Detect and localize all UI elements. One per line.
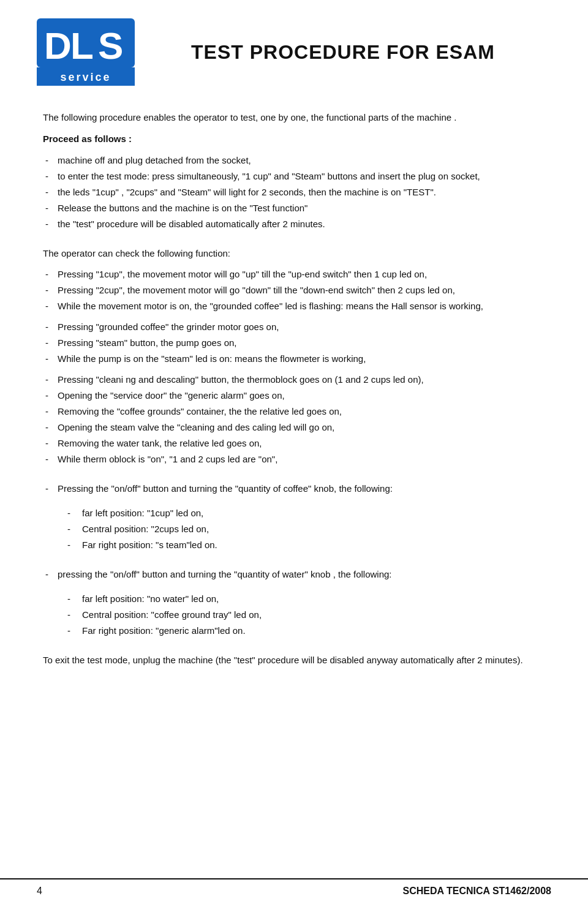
bullet-dash: - bbox=[67, 623, 82, 638]
list-item-text: Central position: "coffee ground tray" l… bbox=[82, 608, 262, 622]
list-item: - Central position: "coffee ground tray"… bbox=[43, 608, 545, 622]
bullet-dash: - bbox=[43, 567, 58, 582]
bullet-dash: - bbox=[43, 352, 58, 366]
proceed-list: - machine off and plug detached from the… bbox=[43, 153, 545, 232]
bullet-dash: - bbox=[43, 404, 58, 419]
bullet-dash: - bbox=[67, 592, 82, 606]
bullet-dash: - bbox=[67, 506, 82, 521]
list-item: - Release the buttons and the machine is… bbox=[43, 201, 545, 216]
list-item: - Far right position: "s team"led on. bbox=[43, 538, 545, 552]
list-item: - While therm oblock is "on", "1 and 2 c… bbox=[43, 452, 545, 467]
onoff-section: - Pressing the "on/off" button and turni… bbox=[43, 481, 545, 552]
exit-section: To exit the test mode, unplug the machin… bbox=[43, 653, 545, 668]
list-item-text: the "test" procedure will be disabled au… bbox=[58, 217, 545, 232]
bullet-dash: - bbox=[43, 481, 58, 496]
list-item-text: Pressing "cleani ng and descaling" butto… bbox=[58, 372, 545, 387]
list-item: - Pressing the "on/off" button and turni… bbox=[43, 481, 545, 496]
bullet-dash: - bbox=[43, 388, 58, 403]
list-item-text: While therm oblock is "on", "1 and 2 cup… bbox=[58, 452, 545, 467]
operator-intro: The operator can check the following fun… bbox=[43, 246, 545, 262]
svg-text:S: S bbox=[98, 24, 123, 67]
bullet-dash: - bbox=[43, 372, 58, 387]
list-item: - While the movement motor is on, the "g… bbox=[43, 299, 545, 314]
bullet-dash: - bbox=[43, 201, 58, 216]
list-item-text: Opening the steam valve the "cleaning an… bbox=[58, 420, 545, 435]
operator-section: The operator can check the following fun… bbox=[43, 246, 545, 467]
list-item-text: Opening the "service door" the "generic … bbox=[58, 388, 545, 403]
list-item: - Pressing "1cup", the movement motor wi… bbox=[43, 267, 545, 282]
list-item-text: Pressing "steam" button, the pump goes o… bbox=[58, 336, 545, 350]
list-item-text: Pressing "2cup", the movement motor will… bbox=[58, 283, 545, 298]
title-area: TEST PROCEDURE FOR ESAM bbox=[135, 41, 551, 64]
bullet-dash: - bbox=[43, 169, 58, 184]
list-item-text: Pressing "1cup", the movement motor will… bbox=[58, 267, 545, 282]
proceed-section: Proceed as follows : - machine off and p… bbox=[43, 132, 545, 232]
list-item-text: Removing the "coffee grounds" container,… bbox=[58, 404, 545, 419]
list-item-text: far left position: "1cup" led on, bbox=[82, 506, 203, 521]
list-item: - Pressing "2cup", the movement motor wi… bbox=[43, 283, 545, 298]
bullet-dash: - bbox=[43, 452, 58, 467]
onoff-sub-list: - far left position: "1cup" led on, - Ce… bbox=[43, 506, 545, 552]
bullet-dash: - bbox=[43, 185, 58, 200]
footer: 4 SCHEDA TECNICA ST1462/2008 bbox=[0, 878, 588, 903]
bullet-dash: - bbox=[43, 267, 58, 282]
intro-paragraph: The following procedure enables the oper… bbox=[43, 110, 545, 126]
list-item-text: far left position: "no water" led on, bbox=[82, 592, 219, 606]
onoff-list: - Pressing the "on/off" button and turni… bbox=[43, 481, 545, 496]
bullet-dash: - bbox=[43, 436, 58, 451]
bullet-dash: - bbox=[43, 217, 58, 232]
list-item-text: to enter the test mode: press simultaneo… bbox=[58, 169, 545, 184]
svg-text:service: service bbox=[60, 71, 111, 83]
list-item: - Central position: "2cups led on, bbox=[43, 522, 545, 537]
list-item: - Pressing "grounded coffee" the grinder… bbox=[43, 320, 545, 334]
list-item: - Far right position: "generic alarm"led… bbox=[43, 623, 545, 638]
operator-list: - Pressing "1cup", the movement motor wi… bbox=[43, 267, 545, 467]
list-item: - to enter the test mode: press simultan… bbox=[43, 169, 545, 184]
exit-text: To exit the test mode, unplug the machin… bbox=[43, 653, 545, 668]
bullet-dash: - bbox=[67, 522, 82, 537]
list-item: - far left position: "no water" led on, bbox=[43, 592, 545, 606]
bullet-dash: - bbox=[43, 336, 58, 350]
list-item: - pressing the "on/off" button and turni… bbox=[43, 567, 545, 582]
list-item: - Opening the steam valve the "cleaning … bbox=[43, 420, 545, 435]
list-item-text: pressing the "on/off" button and turning… bbox=[58, 567, 545, 582]
list-item-text: Pressing "grounded coffee" the grinder m… bbox=[58, 320, 545, 334]
list-item-text: Central position: "2cups led on, bbox=[82, 522, 209, 537]
list-item-text: Far right position: "s team"led on. bbox=[82, 538, 217, 552]
list-item: - Pressing "steam" button, the pump goes… bbox=[43, 336, 545, 350]
list-item-text: the leds "1cup" , "2cups" and "Steam" wi… bbox=[58, 185, 545, 200]
list-item: - Pressing "cleani ng and descaling" but… bbox=[43, 372, 545, 387]
content: The following procedure enables the oper… bbox=[37, 110, 551, 668]
footer-doc-code: SCHEDA TECNICA ST1462/2008 bbox=[403, 886, 551, 897]
list-item: - machine off and plug detached from the… bbox=[43, 153, 545, 168]
list-item: - the "test" procedure will be disabled … bbox=[43, 217, 545, 232]
water-sub-list: - far left position: "no water" led on, … bbox=[43, 592, 545, 638]
logo-svg: D L S service bbox=[37, 18, 135, 86]
list-item-text: Far right position: "generic alarm"led o… bbox=[82, 623, 246, 638]
list-item-text: Removing the water tank, the relative le… bbox=[58, 436, 545, 451]
water-list: - pressing the "on/off" button and turni… bbox=[43, 567, 545, 582]
header: D L S service TEST PROCEDURE FOR ESAM bbox=[37, 18, 551, 86]
list-item: - Removing the water tank, the relative … bbox=[43, 436, 545, 451]
footer-page-number: 4 bbox=[37, 886, 42, 897]
list-item-text: Pressing the "on/off" button and turning… bbox=[58, 481, 545, 496]
svg-text:L: L bbox=[70, 24, 94, 67]
bullet-dash: - bbox=[43, 283, 58, 298]
bullet-dash: - bbox=[67, 538, 82, 552]
list-item-text: While the movement motor is on, the "gro… bbox=[58, 299, 545, 314]
list-item: - While the pump is on the "steam" led i… bbox=[43, 352, 545, 366]
page: D L S service TEST PROCEDURE FOR ESAM Th… bbox=[0, 0, 588, 915]
bullet-dash: - bbox=[67, 608, 82, 622]
water-section: - pressing the "on/off" button and turni… bbox=[43, 567, 545, 638]
logo: D L S service bbox=[37, 18, 135, 86]
proceed-label: Proceed as follows : bbox=[43, 132, 545, 147]
bullet-dash: - bbox=[43, 320, 58, 334]
bullet-dash: - bbox=[43, 299, 58, 314]
bullet-dash: - bbox=[43, 153, 58, 168]
bullet-dash: - bbox=[43, 420, 58, 435]
list-item-text: Release the buttons and the machine is o… bbox=[58, 201, 545, 216]
list-item: - the leds "1cup" , "2cups" and "Steam" … bbox=[43, 185, 545, 200]
list-item: - Removing the "coffee grounds" containe… bbox=[43, 404, 545, 419]
list-item-text: While the pump is on the "steam" led is … bbox=[58, 352, 545, 366]
svg-text:D: D bbox=[44, 24, 72, 67]
